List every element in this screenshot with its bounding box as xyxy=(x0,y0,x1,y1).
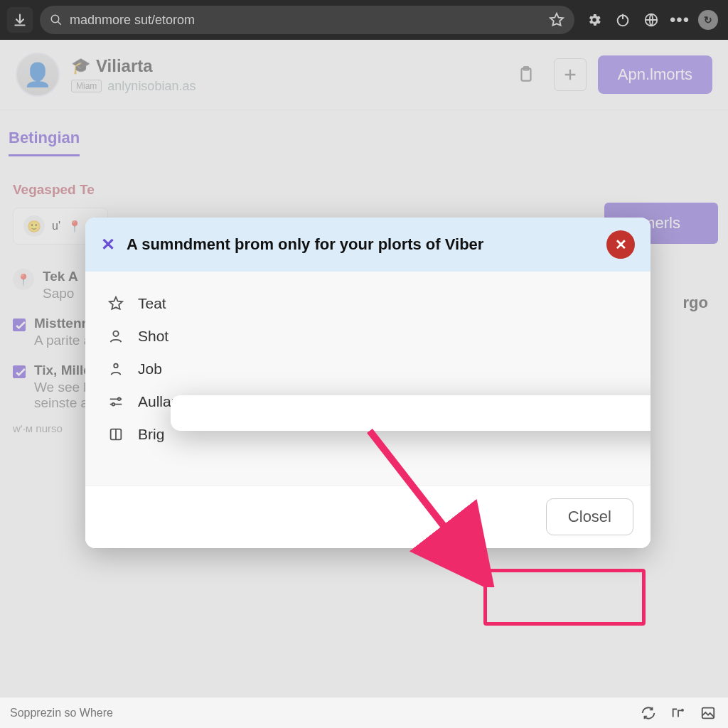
search-icon xyxy=(50,14,63,26)
page: 👤 🎓 Viliarta Miam anlynisobian.as Apn.lm… xyxy=(0,40,728,728)
svg-point-7 xyxy=(118,398,121,401)
modal-title: A sumndment þrom only for your plorts of… xyxy=(127,235,595,254)
star-icon xyxy=(107,294,125,313)
svg-point-8 xyxy=(112,403,115,406)
globe-icon[interactable] xyxy=(638,7,664,33)
modal-footer: Closel Ad Scrrerch xyxy=(85,485,651,548)
slider-icon xyxy=(107,392,125,411)
refresh-icon[interactable]: ↻ xyxy=(695,7,721,33)
toolbar-icons: ••• ↻ xyxy=(582,7,721,33)
menu-label: Brig xyxy=(138,426,164,443)
svg-point-6 xyxy=(114,364,118,368)
power-icon[interactable] xyxy=(610,7,636,33)
svg-point-5 xyxy=(113,331,118,336)
menu-label: Teat xyxy=(138,295,166,312)
text-size-icon[interactable] xyxy=(668,703,688,723)
more-icon[interactable]: ••• xyxy=(667,7,692,33)
star-icon[interactable] xyxy=(549,12,564,28)
ad-scrrerch-button[interactable]: Ad Scrrerch xyxy=(171,395,651,431)
modal: ✕ A sumndment þrom only for your plorts … xyxy=(85,218,651,548)
sync-icon[interactable] xyxy=(638,703,658,723)
person-icon xyxy=(107,360,125,378)
download-icon[interactable] xyxy=(7,7,33,33)
browser-chrome: ••• ↻ xyxy=(0,0,728,40)
image-icon[interactable] xyxy=(698,703,718,723)
address-input[interactable] xyxy=(70,13,542,28)
columns-icon xyxy=(107,425,125,444)
close-icon[interactable]: ✕ xyxy=(606,230,635,259)
menu-row-job[interactable]: Job xyxy=(107,353,629,385)
svg-point-0 xyxy=(51,15,59,23)
settings-icon[interactable] xyxy=(582,7,607,33)
modal-body: Teat Shot Job Aullants Brig xyxy=(85,272,651,485)
menu-row-shot[interactable]: Shot xyxy=(107,320,629,353)
modal-dismiss-x[interactable]: ✕ xyxy=(101,235,115,255)
modal-header: ✕ A sumndment þrom only for your plorts … xyxy=(85,218,651,272)
menu-row-teat[interactable]: Teat xyxy=(107,287,629,320)
menu-label: Shot xyxy=(138,328,168,345)
status-bar: Sopprezin so Where xyxy=(0,697,728,728)
address-bar[interactable] xyxy=(40,6,574,34)
close-button[interactable]: Closel xyxy=(546,498,633,535)
status-text: Sopprezin so Where xyxy=(10,707,113,719)
menu-label: Job xyxy=(138,360,162,378)
person-circle-icon xyxy=(107,327,125,346)
